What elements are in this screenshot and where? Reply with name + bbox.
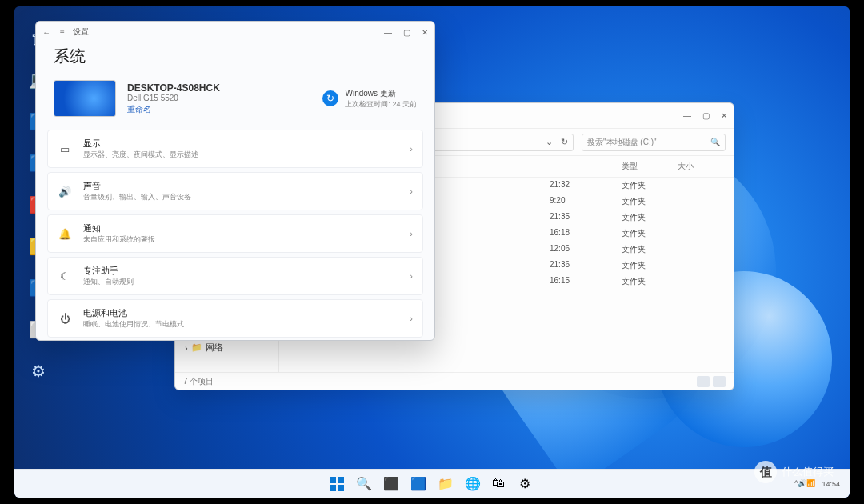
watermark: 值 什么值得买 [754, 461, 834, 483]
svg-rect-1 [338, 477, 344, 483]
col-type[interactable]: 类型 [622, 161, 678, 172]
desktop-screen: 🗑 💻 🟦 🟦 🟥 🟨 🟦 ⬜ ⚙ 看 ··· — ▢ ✕ ⌄ ↻ 搜索"本地磁… [14, 6, 850, 498]
watermark-logo: 值 [754, 461, 777, 483]
search-button[interactable]: 🔍 [352, 472, 376, 496]
settings-item-title: 显示 [83, 138, 198, 150]
windows-update-tile[interactable]: Windows 更新 上次检查时间: 24 天前 [322, 88, 417, 110]
col-size[interactable]: 大小 [678, 161, 726, 172]
settings-maximize-button[interactable]: ▢ [403, 28, 410, 37]
settings-item-sub: 通知、自动规则 [83, 277, 134, 287]
update-subtitle: 上次检查时间: 24 天前 [345, 99, 417, 110]
settings-item[interactable]: ☾ 专注助手 通知、自动规则 › [47, 257, 423, 295]
edge-taskbar-icon[interactable]: 🌐 [461, 472, 485, 496]
settings-titlebar[interactable]: ← ≡ 设置 — ▢ ✕ [36, 22, 434, 42]
settings-title: 设置 [73, 26, 89, 38]
explorer-close-button[interactable]: ✕ [721, 111, 727, 120]
address-chevron-icon[interactable]: ⌄ [546, 137, 553, 147]
settings-header: 系统 [36, 42, 434, 77]
svg-rect-3 [338, 485, 344, 491]
chevron-right-icon: › [410, 144, 413, 154]
settings-item-sub: 来自应用和系统的警报 [83, 234, 155, 245]
start-button[interactable] [325, 472, 349, 496]
store-taskbar-icon[interactable]: 🛍 [488, 472, 512, 496]
settings-item-title: 声音 [83, 180, 191, 192]
update-title: Windows 更新 [345, 88, 417, 99]
settings-item-title: 专注助手 [83, 265, 134, 277]
settings-close-button[interactable]: ✕ [422, 28, 428, 37]
rename-link[interactable]: 重命名 [127, 104, 220, 115]
view-icons-button[interactable] [713, 376, 726, 387]
settings-window[interactable]: ← ≡ 设置 — ▢ ✕ 系统 DESKTOP-4S08HCK Dell G15… [35, 21, 435, 341]
explorer-maximize-button[interactable]: ▢ [702, 111, 710, 120]
taskbar[interactable]: 🔍 ⬛ 🟦 📁 🌐 🛍 ⚙ ㅤ^ㅤ🔊ㅤ📶 14:54 [14, 469, 850, 498]
svg-rect-2 [330, 485, 336, 491]
task-view-button[interactable]: ⬛ [379, 472, 403, 496]
device-model: Dell G15 5520 [127, 94, 220, 102]
col-date[interactable] [550, 161, 622, 172]
taskbar-center: 🔍 ⬛ 🟦 📁 🌐 🛍 ⚙ [325, 472, 539, 496]
chevron-right-icon: › [410, 229, 413, 238]
search-placeholder: 搜索"本地磁盘 (C:)" [587, 137, 657, 148]
settings-item-icon: ▭ [58, 143, 72, 155]
settings-minimize-button[interactable]: — [384, 28, 392, 37]
explorer-minimize-button[interactable]: — [683, 111, 691, 120]
chevron-right-icon: › [410, 314, 413, 323]
menu-button[interactable]: ≡ [60, 28, 65, 37]
settings-item-icon: ☾ [58, 270, 72, 282]
search-icon: 🔍 [710, 138, 720, 146]
chevron-right-icon: › [410, 271, 413, 281]
widgets-button[interactable]: 🟦 [406, 472, 430, 496]
update-icon [322, 90, 338, 106]
page-title: 系统 [54, 46, 417, 67]
settings-item-title: 通知 [83, 222, 155, 234]
chevron-right-icon: › [185, 343, 188, 353]
svg-rect-0 [330, 477, 336, 483]
settings-item[interactable]: ▭ 显示 显示器、亮度、夜间模式、显示描述 › [47, 130, 423, 168]
sidebar-network[interactable]: › 📁 网络 [180, 338, 274, 357]
watermark-text: 什么值得买 [782, 465, 834, 479]
desktop-settings-icon[interactable]: ⚙ [22, 355, 54, 387]
settings-item-sub: 音量级别、输出、输入、声音设备 [83, 192, 191, 202]
settings-item[interactable]: ⏻ 电源和电池 睡眠、电池使用情况、节电模式 › [47, 299, 423, 338]
settings-item[interactable]: 🔊 声音 音量级别、输出、输入、声音设备 › [47, 172, 423, 210]
settings-taskbar-icon[interactable]: ⚙ [515, 472, 539, 496]
device-info-row: DESKTOP-4S08HCK Dell G15 5520 重命名 Window… [36, 77, 434, 130]
device-name: DESKTOP-4S08HCK [127, 82, 220, 94]
view-details-button[interactable] [697, 376, 710, 387]
settings-item[interactable]: 🔔 通知 来自应用和系统的警报 › [47, 214, 423, 253]
explorer-statusbar: 7 个项目 [175, 372, 734, 390]
settings-item-title: 电源和电池 [83, 307, 184, 319]
back-button[interactable]: ← [42, 28, 50, 37]
address-refresh-icon[interactable]: ↻ [561, 137, 568, 147]
settings-item-sub: 睡眠、电池使用情况、节电模式 [83, 319, 184, 330]
device-thumbnail [54, 80, 116, 117]
settings-item-icon: 🔔 [58, 228, 72, 240]
settings-item-icon: ⏻ [58, 313, 72, 325]
explorer-search-input[interactable]: 搜索"本地磁盘 (C:)" 🔍 [582, 134, 726, 151]
explorer-taskbar-icon[interactable]: 📁 [434, 472, 458, 496]
chevron-right-icon: › [410, 186, 413, 196]
settings-item-sub: 显示器、亮度、夜间模式、显示描述 [83, 150, 198, 160]
settings-item-list: ▭ 显示 显示器、亮度、夜间模式、显示描述 › 🔊 声音 音量级别、输出、输入、… [36, 130, 434, 340]
item-count: 7 个项目 [183, 376, 214, 387]
settings-item-icon: 🔊 [58, 186, 72, 198]
